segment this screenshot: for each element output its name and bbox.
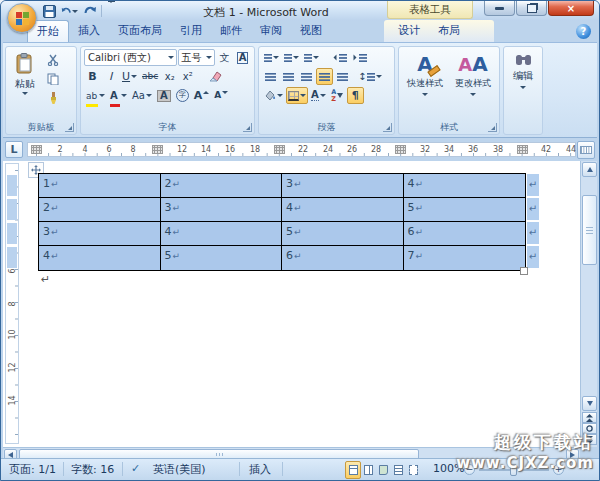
- font-color-button[interactable]: A: [108, 87, 129, 104]
- zoom-in-button[interactable]: +: [553, 464, 564, 475]
- align-right-button[interactable]: [298, 68, 315, 85]
- table-cell[interactable]: 1↵: [39, 174, 161, 198]
- shading-button[interactable]: [262, 87, 285, 104]
- character-shading-button[interactable]: A: [155, 87, 173, 104]
- cut-button[interactable]: [44, 51, 61, 68]
- table-cell[interactable]: 4↵: [404, 174, 526, 198]
- table-cell[interactable]: 7↵: [404, 246, 526, 270]
- undo-button[interactable]: [61, 4, 78, 19]
- table-column-marker[interactable]: [152, 145, 163, 154]
- tab-table-layout[interactable]: 布局: [429, 20, 469, 42]
- insert-mode-indicator[interactable]: 插入: [249, 462, 271, 477]
- zoom-level[interactable]: 100%: [433, 462, 464, 475]
- format-painter-button[interactable]: [44, 89, 61, 106]
- clipboard-dialog-launcher[interactable]: [65, 123, 74, 132]
- text-highlight-button[interactable]: ab: [84, 87, 107, 104]
- font-dialog-launcher[interactable]: [243, 123, 252, 132]
- superscript-button[interactable]: x²: [179, 68, 196, 85]
- outline-view-button[interactable]: [390, 461, 406, 479]
- multilevel-list-button[interactable]: [302, 49, 321, 66]
- table-column-marker[interactable]: [517, 145, 528, 154]
- align-left-button[interactable]: [262, 68, 279, 85]
- underline-button[interactable]: U: [120, 68, 139, 85]
- paste-button[interactable]: 粘贴: [9, 49, 41, 117]
- font-name-combo[interactable]: Calibri (西文): [84, 49, 177, 66]
- next-page-button[interactable]: [582, 434, 597, 445]
- table-column-marker[interactable]: [274, 145, 285, 154]
- table-column-marker[interactable]: [395, 145, 406, 154]
- table-column-marker[interactable]: [31, 145, 42, 154]
- tab-review[interactable]: 审阅: [251, 20, 291, 42]
- font-size-combo[interactable]: 五号: [178, 49, 215, 66]
- customize-qat-button[interactable]: [105, 4, 117, 19]
- decrease-indent-button[interactable]: [330, 49, 349, 66]
- select-browse-object-button[interactable]: [582, 423, 597, 434]
- horizontal-ruler[interactable]: 2 4 6 8 12 14 16 18 22 24 26 28 32 34 36…: [27, 142, 576, 157]
- shrink-font-button[interactable]: A: [212, 87, 230, 104]
- save-button[interactable]: [41, 4, 58, 19]
- undo-dropdown-arrow-icon[interactable]: [72, 10, 78, 13]
- copy-button[interactable]: [44, 70, 61, 87]
- view-ruler-button[interactable]: [577, 141, 595, 159]
- document-area[interactable]: 6 8 10 12 14 1↵ 2↵ 3↵ 4↵ 2↵ 3↵ 4↵ 5↵ 3↵ …: [3, 161, 580, 447]
- help-button[interactable]: ?: [576, 24, 591, 39]
- draft-view-button[interactable]: [405, 461, 421, 479]
- paragraph-dialog-launcher[interactable]: [383, 123, 392, 132]
- line-spacing-button[interactable]: ↕: [356, 68, 384, 85]
- table-cell[interactable]: 6↵: [282, 246, 404, 270]
- tab-insert[interactable]: 插入: [69, 20, 109, 42]
- web-layout-view-button[interactable]: [375, 461, 391, 479]
- borders-button[interactable]: [286, 87, 308, 104]
- vertical-scroll-thumb[interactable]: [582, 195, 597, 265]
- clear-formatting-button[interactable]: [207, 68, 224, 85]
- grow-font-button[interactable]: A: [192, 87, 212, 104]
- table-cell[interactable]: 5↵: [282, 222, 404, 246]
- table-cell[interactable]: 3↵: [161, 198, 283, 222]
- align-center-button[interactable]: [280, 68, 297, 85]
- word-count[interactable]: 字数: 16: [71, 462, 114, 477]
- table-resize-handle[interactable]: [520, 267, 528, 275]
- office-button[interactable]: [7, 3, 37, 33]
- numbering-button[interactable]: [282, 49, 301, 66]
- asian-layout-button[interactable]: A: [309, 87, 328, 104]
- word-table[interactable]: 1↵ 2↵ 3↵ 4↵ 2↵ 3↵ 4↵ 5↵ 3↵ 4↵ 5↵ 6↵ 4↵ 5…: [38, 173, 526, 271]
- restore-button[interactable]: [516, 1, 547, 16]
- table-cell[interactable]: 5↵: [404, 198, 526, 222]
- zoom-out-button[interactable]: −: [464, 464, 475, 475]
- tab-page-layout[interactable]: 页面布局: [109, 20, 171, 42]
- strikethrough-button[interactable]: abc: [140, 68, 160, 85]
- full-screen-reading-view-button[interactable]: [360, 461, 376, 479]
- styles-dialog-launcher[interactable]: [488, 123, 497, 132]
- table-cell[interactable]: 4↵: [161, 222, 283, 246]
- tab-stop-selector[interactable]: L: [5, 141, 23, 158]
- quick-styles-button[interactable]: A 快速样式: [402, 49, 448, 115]
- table-cell[interactable]: 2↵: [161, 174, 283, 198]
- table-cell[interactable]: 6↵: [404, 222, 526, 246]
- distributed-button[interactable]: [334, 68, 351, 85]
- table-row-marker[interactable]: [7, 199, 17, 220]
- tab-view[interactable]: 视图: [291, 20, 331, 42]
- language-indicator[interactable]: 英语(美国): [153, 462, 206, 477]
- sort-button[interactable]: AZ: [329, 87, 346, 104]
- show-hide-marks-button[interactable]: ¶: [347, 87, 364, 104]
- bold-button[interactable]: B: [84, 68, 101, 85]
- previous-page-button[interactable]: [582, 412, 597, 423]
- table-cell[interactable]: 3↵: [282, 174, 404, 198]
- table-cell[interactable]: 4↵: [39, 246, 161, 270]
- bullets-button[interactable]: [262, 49, 281, 66]
- change-styles-button[interactable]: AA 更改样式: [450, 49, 496, 115]
- zoom-slider-thumb[interactable]: [510, 464, 517, 476]
- vertical-scrollbar[interactable]: [580, 161, 597, 447]
- phonetic-guide-button[interactable]: 文: [216, 49, 233, 66]
- table-row-marker[interactable]: [7, 223, 17, 244]
- page-indicator[interactable]: 页面: 1/1: [9, 462, 56, 477]
- spell-check-icon[interactable]: ✓: [131, 462, 140, 475]
- table-row-marker[interactable]: [7, 175, 17, 196]
- table-cell[interactable]: 5↵: [161, 246, 283, 270]
- table-cell[interactable]: 4↵: [282, 198, 404, 222]
- tab-table-design[interactable]: 设计: [389, 20, 429, 42]
- scroll-down-button[interactable]: [582, 396, 597, 411]
- minimize-button[interactable]: [484, 1, 515, 16]
- table-cell[interactable]: 3↵: [39, 222, 161, 246]
- increase-indent-button[interactable]: [350, 49, 369, 66]
